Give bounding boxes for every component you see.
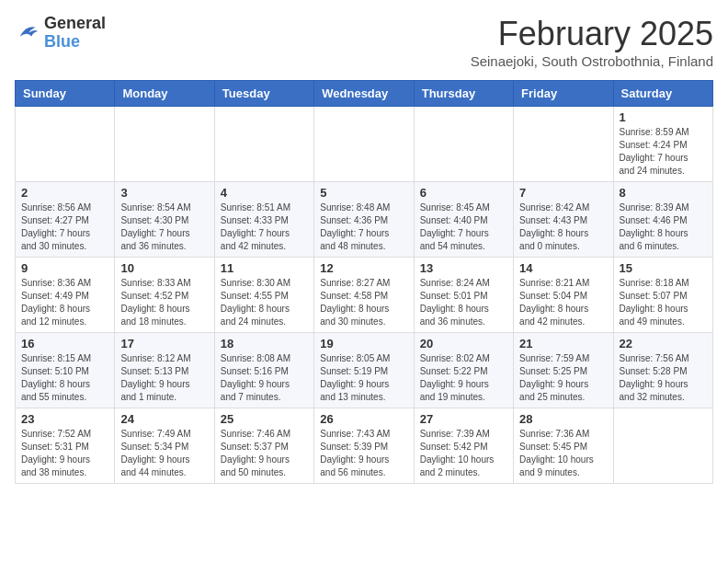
day-info: Sunrise: 7:52 AM Sunset: 5:31 PM Dayligh… [21, 428, 108, 479]
calendar-cell [214, 107, 313, 182]
calendar-cell: 7Sunrise: 8:42 AM Sunset: 4:43 PM Daylig… [514, 182, 613, 258]
day-info: Sunrise: 8:33 AM Sunset: 4:52 PM Dayligh… [120, 277, 208, 328]
day-number: 14 [519, 261, 607, 275]
weekday-header-row: SundayMondayTuesdayWednesdayThursdayFrid… [16, 81, 713, 107]
calendar-cell: 28Sunrise: 7:36 AM Sunset: 5:45 PM Dayli… [514, 408, 613, 484]
day-info: Sunrise: 8:27 AM Sunset: 4:58 PM Dayligh… [320, 277, 407, 328]
calendar-week-row: 9Sunrise: 8:36 AM Sunset: 4:49 PM Daylig… [16, 258, 713, 333]
day-number: 15 [620, 261, 707, 275]
calendar-cell: 11Sunrise: 8:30 AM Sunset: 4:55 PM Dayli… [214, 258, 313, 333]
day-number: 28 [519, 412, 607, 426]
day-info: Sunrise: 7:39 AM Sunset: 5:42 PM Dayligh… [420, 428, 507, 479]
day-number: 1 [620, 110, 707, 124]
calendar-cell: 5Sunrise: 8:48 AM Sunset: 4:36 PM Daylig… [314, 182, 414, 258]
day-info: Sunrise: 8:48 AM Sunset: 4:36 PM Dayligh… [320, 201, 407, 253]
weekday-header: Monday [115, 81, 214, 107]
day-info: Sunrise: 7:43 AM Sunset: 5:39 PM Dayligh… [320, 428, 407, 479]
calendar-cell: 17Sunrise: 8:12 AM Sunset: 5:13 PM Dayli… [115, 333, 214, 408]
day-number: 9 [21, 261, 108, 275]
calendar-cell: 8Sunrise: 8:39 AM Sunset: 4:46 PM Daylig… [613, 182, 712, 258]
day-number: 22 [620, 337, 707, 350]
location-subtitle: Seinaejoki, South Ostrobothnia, Finland [471, 53, 713, 69]
day-info: Sunrise: 8:59 AM Sunset: 4:24 PM Dayligh… [620, 126, 707, 178]
day-number: 26 [320, 412, 407, 426]
calendar-cell: 20Sunrise: 8:02 AM Sunset: 5:22 PM Dayli… [414, 333, 513, 408]
day-number: 11 [221, 261, 308, 275]
day-info: Sunrise: 8:21 AM Sunset: 5:04 PM Dayligh… [519, 277, 607, 328]
day-info: Sunrise: 8:45 AM Sunset: 4:40 PM Dayligh… [420, 201, 507, 253]
weekday-header: Wednesday [314, 81, 414, 107]
day-info: Sunrise: 7:49 AM Sunset: 5:34 PM Dayligh… [120, 428, 208, 479]
weekday-header: Thursday [414, 81, 513, 107]
day-number: 19 [320, 337, 407, 350]
day-number: 12 [320, 261, 407, 275]
calendar-cell: 4Sunrise: 8:51 AM Sunset: 4:33 PM Daylig… [214, 182, 313, 258]
day-info: Sunrise: 8:08 AM Sunset: 5:16 PM Dayligh… [221, 352, 308, 404]
day-info: Sunrise: 8:51 AM Sunset: 4:33 PM Dayligh… [221, 201, 308, 253]
calendar-cell [414, 107, 513, 182]
calendar-cell: 21Sunrise: 7:59 AM Sunset: 5:25 PM Dayli… [514, 333, 613, 408]
calendar-cell: 6Sunrise: 8:45 AM Sunset: 4:40 PM Daylig… [414, 182, 513, 258]
calendar-cell: 13Sunrise: 8:24 AM Sunset: 5:01 PM Dayli… [414, 258, 513, 333]
day-info: Sunrise: 8:18 AM Sunset: 5:07 PM Dayligh… [620, 277, 707, 328]
logo-icon [15, 18, 40, 48]
calendar-week-row: 16Sunrise: 8:15 AM Sunset: 5:10 PM Dayli… [16, 333, 713, 408]
calendar-cell [115, 107, 214, 182]
day-number: 6 [420, 186, 507, 200]
calendar-cell: 14Sunrise: 8:21 AM Sunset: 5:04 PM Dayli… [514, 258, 613, 333]
calendar-cell: 26Sunrise: 7:43 AM Sunset: 5:39 PM Dayli… [314, 408, 414, 484]
day-info: Sunrise: 8:15 AM Sunset: 5:10 PM Dayligh… [21, 352, 108, 404]
day-number: 16 [21, 337, 108, 350]
weekday-header: Tuesday [214, 81, 313, 107]
day-number: 17 [120, 337, 208, 350]
day-number: 25 [221, 412, 308, 426]
day-info: Sunrise: 8:54 AM Sunset: 4:30 PM Dayligh… [120, 201, 208, 253]
day-number: 27 [420, 412, 507, 426]
logo-text: General Blue [44, 15, 106, 52]
calendar-week-row: 23Sunrise: 7:52 AM Sunset: 5:31 PM Dayli… [16, 408, 713, 484]
month-title: February 2025 [471, 15, 713, 53]
calendar-cell: 19Sunrise: 8:05 AM Sunset: 5:19 PM Dayli… [314, 333, 414, 408]
day-info: Sunrise: 8:12 AM Sunset: 5:13 PM Dayligh… [120, 352, 208, 404]
calendar-week-row: 1Sunrise: 8:59 AM Sunset: 4:24 PM Daylig… [16, 107, 713, 182]
day-number: 13 [420, 261, 507, 275]
day-info: Sunrise: 7:59 AM Sunset: 5:25 PM Dayligh… [519, 352, 607, 404]
day-number: 20 [420, 337, 507, 350]
page-header: General Blue February 2025 Seinaejoki, S… [15, 15, 713, 69]
day-info: Sunrise: 8:36 AM Sunset: 4:49 PM Dayligh… [21, 277, 108, 328]
day-info: Sunrise: 8:56 AM Sunset: 4:27 PM Dayligh… [21, 201, 108, 253]
calendar-cell: 9Sunrise: 8:36 AM Sunset: 4:49 PM Daylig… [16, 258, 115, 333]
day-number: 5 [320, 186, 407, 200]
day-number: 7 [519, 186, 607, 200]
calendar-cell: 24Sunrise: 7:49 AM Sunset: 5:34 PM Dayli… [115, 408, 214, 484]
day-info: Sunrise: 8:42 AM Sunset: 4:43 PM Dayligh… [519, 201, 607, 253]
weekday-header: Sunday [16, 81, 115, 107]
calendar-cell: 25Sunrise: 7:46 AM Sunset: 5:37 PM Dayli… [214, 408, 313, 484]
day-info: Sunrise: 7:36 AM Sunset: 5:45 PM Dayligh… [519, 428, 607, 479]
calendar-cell [514, 107, 613, 182]
calendar-week-row: 2Sunrise: 8:56 AM Sunset: 4:27 PM Daylig… [16, 182, 713, 258]
day-info: Sunrise: 8:05 AM Sunset: 5:19 PM Dayligh… [320, 352, 407, 404]
day-number: 21 [519, 337, 607, 350]
calendar-cell: 16Sunrise: 8:15 AM Sunset: 5:10 PM Dayli… [16, 333, 115, 408]
calendar-cell [613, 408, 712, 484]
calendar-cell: 10Sunrise: 8:33 AM Sunset: 4:52 PM Dayli… [115, 258, 214, 333]
day-number: 23 [21, 412, 108, 426]
weekday-header: Saturday [613, 81, 712, 107]
day-number: 2 [21, 186, 108, 200]
calendar-table: SundayMondayTuesdayWednesdayThursdayFrid… [15, 80, 713, 484]
day-number: 18 [221, 337, 308, 350]
calendar-cell: 2Sunrise: 8:56 AM Sunset: 4:27 PM Daylig… [16, 182, 115, 258]
weekday-header: Friday [514, 81, 613, 107]
calendar-cell: 22Sunrise: 7:56 AM Sunset: 5:28 PM Dayli… [613, 333, 712, 408]
day-info: Sunrise: 7:46 AM Sunset: 5:37 PM Dayligh… [221, 428, 308, 479]
day-info: Sunrise: 8:02 AM Sunset: 5:22 PM Dayligh… [420, 352, 507, 404]
calendar-cell [16, 107, 115, 182]
day-number: 24 [120, 412, 208, 426]
day-number: 8 [620, 186, 707, 200]
day-number: 10 [120, 261, 208, 275]
day-info: Sunrise: 8:39 AM Sunset: 4:46 PM Dayligh… [620, 201, 707, 253]
calendar-cell: 3Sunrise: 8:54 AM Sunset: 4:30 PM Daylig… [115, 182, 214, 258]
logo: General Blue [15, 15, 106, 52]
title-section: February 2025 Seinaejoki, South Ostrobot… [471, 15, 713, 69]
